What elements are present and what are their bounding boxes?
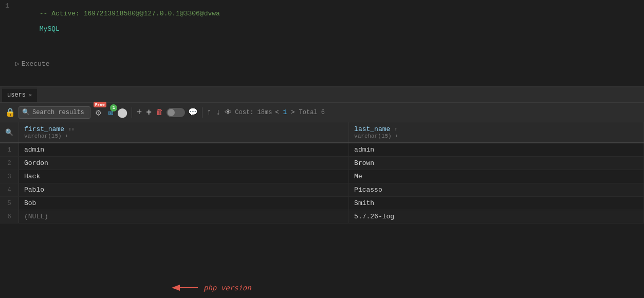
- gear-button[interactable]: ⚙ Free: [95, 106, 102, 119]
- col-type-last: varchar(15) ⬇: [354, 133, 638, 139]
- row-num-header: 🔍: [0, 122, 19, 143]
- search-input[interactable]: Search results: [32, 109, 84, 116]
- table-row: 6 (NULL) 5.7.26-log: [0, 210, 644, 224]
- col-type-first: varchar(15) ⬇: [24, 133, 343, 139]
- cell-last-name-2: Brown: [349, 157, 644, 170]
- tab-bar: users ✕: [0, 87, 644, 103]
- col-header-first-name[interactable]: first_name ⬆⬇ varchar(15) ⬇: [19, 122, 349, 143]
- comment-text: -- Active: 1697213918580@@127.0.0.1@3306…: [40, 10, 220, 17]
- eye-icon[interactable]: 👁: [224, 107, 233, 118]
- total-label: Total 6: [299, 109, 325, 116]
- php-version-label: php version: [204, 284, 251, 292]
- results-table-area: 🔍 first_name ⬆⬇ varchar(15) ⬇ last_name …: [0, 122, 644, 298]
- cell-first-name-5: Bob: [19, 197, 349, 210]
- free-badge: Free: [94, 102, 106, 107]
- cost-label: Cost: 18ms: [235, 109, 272, 116]
- page-navigation: < 1 > Total 6: [274, 108, 325, 117]
- row-num-1: 1: [0, 143, 19, 157]
- execute-label: Execute: [22, 60, 50, 68]
- cell-last-name-6: 5.7.26-log: [349, 210, 644, 224]
- search-box[interactable]: 🔍 Search results: [19, 106, 90, 119]
- sort-up-icon[interactable]: ↑: [206, 107, 213, 118]
- col-name-first: first_name ⬆⬇: [24, 125, 343, 133]
- execute-content: ▷ Execute: [15, 43, 644, 84]
- cell-first-name-2: Gordon: [19, 157, 349, 170]
- table-row: 4 Pablo Picasso: [0, 183, 644, 197]
- add-column-button[interactable]: +: [145, 106, 153, 119]
- table-row: 1 admin admin: [0, 143, 644, 157]
- separator-2: [202, 107, 203, 118]
- cell-last-name-3: Me: [349, 170, 644, 183]
- delete-button[interactable]: 🗑: [155, 107, 164, 118]
- tab-close-icon[interactable]: ✕: [29, 92, 32, 98]
- triangle-icon: ▷: [15, 60, 20, 68]
- lock-icon[interactable]: 🔒: [4, 106, 16, 119]
- cell-first-name-6: (NULL): [19, 210, 349, 224]
- results-table: 🔍 first_name ⬆⬇ varchar(15) ⬇ last_name …: [0, 122, 644, 224]
- execute-button[interactable]: ▷ Execute: [15, 59, 644, 68]
- mysql-label: MySQL: [40, 25, 60, 33]
- execute-line: ▷ Execute: [0, 42, 644, 85]
- mail-button[interactable]: ✉ 1: [107, 107, 115, 118]
- col-header-last-name[interactable]: last_name ⬆ varchar(15) ⬇: [349, 122, 644, 143]
- line-num-1: 1: [0, 1, 15, 10]
- bottom-panel: users ✕ 🔒 🔍 Search results ⚙ Free ✉ 1 ⬤ …: [0, 87, 644, 298]
- search-col-icon: 🔍: [5, 129, 13, 137]
- cell-last-name-1: admin: [349, 143, 644, 157]
- cell-first-name-1: admin: [19, 143, 349, 157]
- tab-label: users: [7, 91, 26, 99]
- github-icon[interactable]: ⬤: [116, 106, 128, 119]
- line-content-1: -- Active: 1697213918580@@127.0.0.1@3306…: [15, 1, 644, 41]
- add-row-button[interactable]: +: [135, 106, 143, 119]
- cell-first-name-3: Hack: [19, 170, 349, 183]
- cell-first-name-4: Pablo: [19, 183, 349, 197]
- cell-last-name-5: Smith: [349, 197, 644, 210]
- editor-area: 1 -- Active: 1697213918580@@127.0.0.1@33…: [0, 0, 644, 87]
- table-body: 1 admin admin 2 Gordon Brown 3 Hack Me 4…: [0, 143, 644, 224]
- table-row: 5 Bob Smith: [0, 197, 644, 210]
- tab-users[interactable]: users ✕: [2, 88, 37, 102]
- table-header-row: 🔍 first_name ⬆⬇ varchar(15) ⬇ last_name …: [0, 122, 644, 143]
- row-num-6: 6: [0, 210, 19, 224]
- sort-down-icon[interactable]: ↓: [215, 107, 222, 118]
- line-num-execute: [0, 43, 15, 44]
- row-num-4: 4: [0, 183, 19, 197]
- cell-last-name-4: Picasso: [349, 183, 644, 197]
- gear-icon: ⚙: [95, 106, 102, 119]
- prev-page-button[interactable]: <: [274, 108, 280, 117]
- next-page-button[interactable]: >: [290, 108, 296, 117]
- col-name-last: last_name ⬆: [354, 125, 638, 133]
- current-page: 1: [283, 108, 287, 116]
- arrow-icon: [170, 282, 200, 294]
- result-toolbar: 🔒 🔍 Search results ⚙ Free ✉ 1 ⬤ + + 🗑 💬: [0, 103, 644, 122]
- notification-badge: 1: [110, 104, 117, 111]
- row-num-5: 5: [0, 197, 19, 210]
- toggle-switch[interactable]: [167, 108, 185, 117]
- chat-icon[interactable]: 💬: [187, 106, 199, 118]
- php-annotation: php version: [170, 282, 251, 294]
- table-row: 2 Gordon Brown: [0, 157, 644, 170]
- separator-1: [132, 107, 132, 118]
- row-num-2: 2: [0, 157, 19, 170]
- editor-line-1: 1 -- Active: 1697213918580@@127.0.0.1@33…: [0, 0, 644, 42]
- table-row: 3 Hack Me: [0, 170, 644, 183]
- row-num-3: 3: [0, 170, 19, 183]
- search-magnifier-icon: 🔍: [22, 108, 30, 116]
